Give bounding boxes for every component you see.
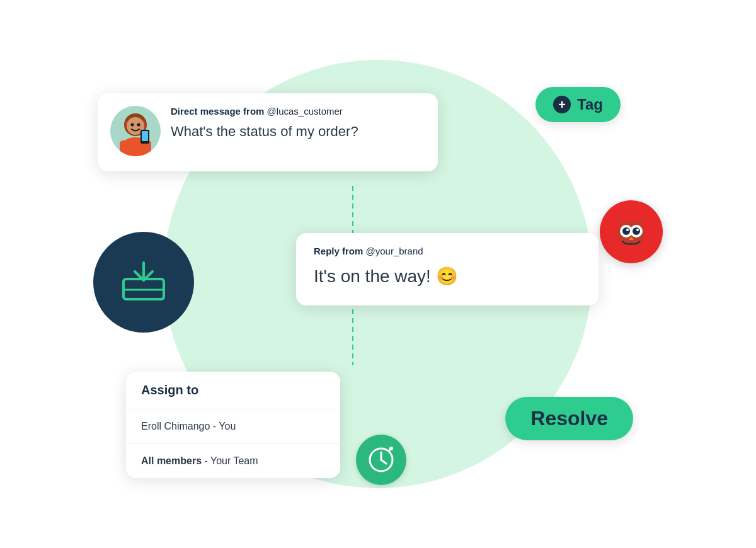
assign-card: Assign to Eroll Chimango - You All membe… <box>126 372 340 478</box>
dm-content: Direct message from @lucas_customer What… <box>171 106 420 141</box>
resolve-badge[interactable]: Resolve <box>505 397 633 440</box>
assign-item-1-label: Eroll Chimango - You <box>141 421 236 431</box>
assign-item-2-bold: All members <box>141 455 202 466</box>
clock-icon <box>367 446 395 474</box>
reply-header-bold: Reply from <box>314 246 363 256</box>
dm-header-bold: Direct message from <box>171 106 264 117</box>
dm-header-handle: @lucas_customer <box>267 106 343 117</box>
inbox-circle <box>93 232 194 333</box>
reply-card: Reply from @your_brand It's on the way! … <box>296 233 598 305</box>
svg-point-20 <box>636 229 639 231</box>
scene: Direct message from @lucas_customer What… <box>0 0 756 548</box>
clock-circle <box>356 435 406 485</box>
reply-emoji: 😊 <box>436 266 458 286</box>
svg-point-7 <box>137 123 140 127</box>
reply-text: It's on the way! <box>314 266 431 286</box>
tag-label: Tag <box>577 96 603 113</box>
svg-point-17 <box>622 227 630 235</box>
tag-plus-icon: + <box>553 96 571 113</box>
reply-message: It's on the way! 😊 <box>314 265 581 288</box>
svg-marker-14 <box>639 216 645 224</box>
hootsuite-owl-badge <box>600 200 663 263</box>
assign-item-1[interactable]: Eroll Chimango - You <box>126 409 340 444</box>
inbox-icon <box>118 260 169 304</box>
svg-point-6 <box>131 123 134 127</box>
dm-message: What's the status of my order? <box>171 123 420 141</box>
assign-item-2-rest: - Your Team <box>205 455 258 466</box>
avatar <box>110 106 161 156</box>
owl-icon <box>612 215 650 249</box>
assign-header: Assign to <box>126 372 340 409</box>
tag-badge[interactable]: + Tag <box>536 87 621 122</box>
reply-header-handle: @your_brand <box>366 246 423 256</box>
svg-line-27 <box>381 460 386 464</box>
svg-point-19 <box>626 229 629 231</box>
dm-header: Direct message from @lucas_customer <box>171 106 420 117</box>
reply-header: Reply from @your_brand <box>314 246 581 256</box>
assign-item-2[interactable]: All members - Your Team <box>126 444 340 478</box>
svg-point-29 <box>389 447 393 450</box>
resolve-label: Resolve <box>530 407 608 430</box>
svg-point-18 <box>633 227 640 235</box>
dm-card: Direct message from @lucas_customer What… <box>98 93 438 171</box>
svg-rect-11 <box>142 131 148 141</box>
svg-marker-13 <box>617 216 624 224</box>
